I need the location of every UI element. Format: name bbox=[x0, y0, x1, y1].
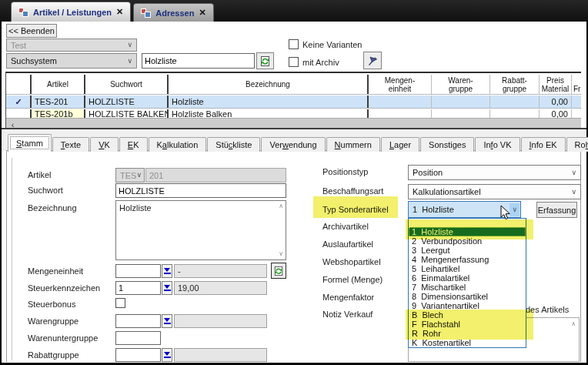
horizontal-scrollbar[interactable]: ‹ bbox=[6, 118, 581, 128]
tab-verwendung[interactable]: Verwendung bbox=[261, 137, 325, 152]
bezeichnung-label: Bezeichnung bbox=[28, 203, 77, 213]
form-window-icon bbox=[141, 8, 151, 18]
dropdown-item-k-kostenartikel[interactable]: K Kostenartikel bbox=[409, 338, 526, 347]
archivartikel-label: Archivartikel bbox=[322, 222, 369, 231]
article-results-grid[interactable]: ArtikelSuchwortBezeichnungMengen- einhei… bbox=[5, 72, 581, 128]
typ-sonderartikel-combobox[interactable]: 1 Holzliste ∨ bbox=[408, 201, 521, 218]
window-tab-bar: Artikel / Leistungen✕Adressen✕ bbox=[0, 0, 588, 22]
chevron-down-icon[interactable]: ∨ bbox=[509, 203, 520, 216]
table-row[interactable]: ✓TES-201HOLZLISTEHolzliste0,00 bbox=[6, 95, 581, 109]
tab-stückliste[interactable]: Stückliste bbox=[207, 137, 260, 152]
table-row[interactable]: TES-201bHOLZLISTE BALKENHolzliste Balken… bbox=[6, 109, 581, 118]
table-cell: Holzliste Balken bbox=[169, 109, 369, 118]
dropdown-item-7-mischartikel[interactable]: 7 Mischartikel bbox=[409, 283, 526, 292]
table-cell bbox=[572, 109, 581, 118]
test-combobox: Test ∨ bbox=[6, 39, 137, 52]
refresh-button[interactable] bbox=[256, 52, 274, 69]
dropdown-item-empty[interactable] bbox=[409, 219, 526, 227]
warengruppe-input[interactable] bbox=[115, 314, 161, 328]
suchsystem-combobox-value: Suchsystem bbox=[11, 56, 57, 65]
dropdown-item-4-mengenerfassung[interactable]: 4 Mengenerfassung bbox=[409, 255, 526, 264]
dropdown-item-r-rohr[interactable]: R Rohr bbox=[409, 329, 526, 338]
steuerkennzeichen-lookup-button[interactable] bbox=[162, 281, 172, 295]
tab-ek[interactable]: EK bbox=[119, 137, 148, 152]
mengeneinheit-lookup-button[interactable] bbox=[162, 264, 172, 278]
table-cell: TES-201b bbox=[32, 109, 85, 118]
scroll-down-icon[interactable]: ∨ bbox=[279, 251, 283, 257]
tab-lager[interactable]: Lager bbox=[381, 137, 419, 152]
grid-column-header[interactable]: Artikel bbox=[32, 75, 85, 94]
table-cell: HOLZLISTE BALKEN bbox=[85, 109, 169, 118]
window-tab-adressen[interactable]: Adressen✕ bbox=[133, 3, 213, 22]
tab-nummern[interactable]: Nummern bbox=[326, 137, 380, 152]
beschaffungsart-combobox[interactable]: Kalkulationsartikel ∨ bbox=[408, 184, 581, 199]
dropdown-item-b-blech[interactable]: B Blech bbox=[409, 310, 526, 320]
typ-sonderartikel-label: Typ Sonderartikel bbox=[322, 205, 389, 214]
grid-header-row: ArtikelSuchwortBezeichnungMengen- einhei… bbox=[6, 75, 581, 95]
dropdown-item-6-einmalartikel[interactable]: 6 Einmalartikel bbox=[409, 273, 526, 283]
window-tab-label: Artikel / Leistungen bbox=[33, 8, 112, 17]
search-input[interactable] bbox=[142, 53, 255, 69]
tab-kalkulation[interactable]: Kalkulation bbox=[149, 137, 207, 152]
scroll-up-icon[interactable]: ∧ bbox=[571, 321, 576, 327]
mit-archiv-checkbox[interactable] bbox=[289, 57, 299, 67]
window-tab-artikel-leistungen[interactable]: Artikel / Leistungen✕ bbox=[11, 2, 131, 22]
artikel-label: Artikel bbox=[28, 170, 52, 179]
keine-varianten-checkbox[interactable] bbox=[289, 39, 299, 49]
steuerbonus-checkbox[interactable] bbox=[115, 298, 125, 308]
dropdown-item-5-leihartikel[interactable]: 5 Leihartikel bbox=[409, 264, 526, 273]
scroll-up-icon[interactable]: ∧ bbox=[279, 203, 283, 209]
grid-column-header[interactable]: Preis Material bbox=[540, 75, 572, 94]
search-flag-button[interactable] bbox=[363, 52, 382, 69]
warengruppe-lookup-button[interactable] bbox=[162, 314, 172, 328]
beenden-button[interactable]: << Beenden bbox=[6, 24, 57, 38]
dropdown-item-f-flachstahl[interactable]: F Flachstahl bbox=[409, 320, 526, 329]
positionstyp-combobox[interactable]: Position ∨ bbox=[408, 165, 581, 180]
tab-sonstiges[interactable]: Sonstiges bbox=[420, 137, 474, 152]
dropdown-item-1-holzliste[interactable]: 1 Holzliste bbox=[409, 227, 526, 236]
grid-column-header[interactable]: Preis Fremdleistung bbox=[572, 75, 581, 94]
tab-info-ek[interactable]: Info EK bbox=[521, 137, 566, 152]
tab-texte[interactable]: Texte bbox=[52, 137, 89, 152]
test-combobox-value: Test bbox=[11, 41, 26, 50]
rabattgruppe-input[interactable] bbox=[115, 348, 161, 362]
grid-column-header[interactable]: Rabatt- gruppe bbox=[490, 75, 540, 94]
positionstyp-value: Position bbox=[413, 168, 443, 177]
tab-info-vk[interactable]: Info VK bbox=[475, 137, 520, 152]
icon-square-blue bbox=[22, 11, 28, 17]
lookup-down-arrow-icon bbox=[164, 268, 170, 272]
grid-column-header[interactable]: Suchwort bbox=[85, 75, 169, 94]
typ-sonderartikel-dropdown-list[interactable]: 1 Holzliste2 Verbundposition3 Leergut4 M… bbox=[408, 218, 526, 348]
steuerkennzeichen-input[interactable] bbox=[115, 281, 161, 295]
groupbox-border bbox=[12, 158, 12, 360]
chevron-down-icon: ∨ bbox=[136, 172, 142, 179]
table-cell bbox=[572, 95, 581, 108]
suchsystem-combobox[interactable]: Suchsystem ∨ bbox=[6, 53, 137, 69]
dropdown-item-3-leergut[interactable]: 3 Leergut bbox=[409, 246, 526, 255]
mengeneinheit-input[interactable] bbox=[115, 264, 161, 278]
grid-column-header[interactable]: Mengen- einheit bbox=[369, 75, 432, 94]
dropdown-item-2-verbundposition[interactable]: 2 Verbundposition bbox=[409, 236, 526, 246]
dropdown-item-8-dimensionsartikel[interactable]: 8 Dimensionsartikel bbox=[409, 292, 526, 301]
grid-column-header[interactable]: Waren- gruppe bbox=[432, 75, 490, 94]
table-cell: TES-201 bbox=[32, 95, 85, 108]
mengeneinheit-refresh-button[interactable] bbox=[271, 263, 286, 279]
dropdown-item-9-variantenartikel[interactable]: 9 Variantenartikel bbox=[409, 301, 526, 310]
grid-column-header[interactable]: Bezeichnung bbox=[169, 75, 369, 94]
bezeichnung-textarea[interactable]: Holzliste ∧ ∨ bbox=[115, 200, 286, 260]
mit-archiv-label: mit Archiv bbox=[302, 58, 339, 67]
tab-vk[interactable]: VK bbox=[90, 137, 119, 152]
tab-stamm[interactable]: Stamm bbox=[8, 134, 52, 152]
tab-rohstoffe[interactable]: Rohstoffe bbox=[566, 137, 588, 152]
icon-square-blue bbox=[145, 12, 151, 18]
erfassung-button[interactable]: Erfassung bbox=[536, 202, 577, 218]
steuerkennzeichen-label: Steuerkennzeichen bbox=[28, 283, 100, 293]
warenuntergruppe-input[interactable] bbox=[115, 331, 161, 345]
suchwort-input[interactable] bbox=[115, 183, 286, 198]
close-icon[interactable]: ✕ bbox=[116, 7, 123, 17]
grid-column-header[interactable] bbox=[7, 75, 32, 94]
form-tab-bar: StammTexteVKEKKalkulationStücklisteVerwe… bbox=[8, 132, 582, 151]
scroll-left-button[interactable]: ‹ bbox=[7, 119, 18, 128]
close-icon[interactable]: ✕ bbox=[199, 8, 205, 18]
rabattgruppe-lookup-button[interactable] bbox=[162, 348, 172, 362]
